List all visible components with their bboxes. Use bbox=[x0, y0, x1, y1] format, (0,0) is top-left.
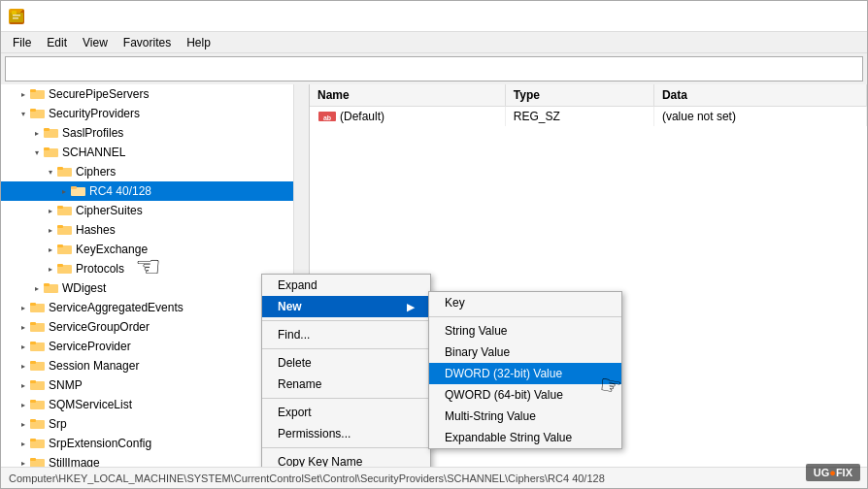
tree-item-hashes[interactable]: ▸ Hashes bbox=[1, 220, 309, 240]
folder-icon bbox=[57, 223, 73, 238]
svg-rect-37 bbox=[30, 400, 36, 403]
tree-expander[interactable]: ▸ bbox=[44, 243, 57, 256]
tree-item-label: Protocols bbox=[76, 262, 124, 276]
tree-item-label: ServiceProvider bbox=[49, 340, 131, 353]
tree-expander[interactable]: ▸ bbox=[30, 281, 44, 295]
tree-expander[interactable]: ▸ bbox=[17, 378, 30, 392]
tree-item-serviceprovider[interactable]: ▸ ServiceProvider bbox=[1, 337, 309, 356]
svg-rect-9 bbox=[44, 128, 50, 131]
folder-icon bbox=[30, 301, 46, 315]
tree-item-ciphers[interactable]: ▾ Ciphers bbox=[1, 162, 309, 181]
svg-rect-29 bbox=[30, 322, 36, 325]
folder-icon bbox=[30, 87, 46, 102]
tree-item-securepipeservers[interactable]: ▸ SecurePipeServers bbox=[1, 84, 309, 104]
svg-rect-33 bbox=[30, 361, 36, 364]
svg-text:ab: ab bbox=[323, 114, 331, 121]
tree-item-sqmservicelist[interactable]: ▸ SQMServiceList bbox=[1, 395, 309, 414]
maximize-button[interactable] bbox=[768, 2, 813, 31]
tree-item-label: Ciphers bbox=[76, 165, 116, 179]
cell-data: (value not set) bbox=[653, 106, 866, 126]
menu-view[interactable]: View bbox=[75, 34, 116, 51]
svg-rect-41 bbox=[30, 439, 36, 441]
tree-item-label: Session Manager bbox=[49, 359, 139, 373]
tree-item-label: SQMServiceList bbox=[49, 398, 132, 411]
tree-item-session-manager[interactable]: ▸ Session Manager bbox=[1, 356, 309, 375]
svg-rect-39 bbox=[30, 419, 36, 422]
tree-expander[interactable]: ▸ bbox=[17, 456, 30, 467]
tree-item-srp[interactable]: ▸ Srp bbox=[1, 414, 309, 434]
col-data: Data bbox=[653, 84, 866, 106]
tree-expander[interactable]: ▸ bbox=[30, 126, 44, 140]
minimize-button[interactable] bbox=[721, 2, 766, 31]
svg-rect-15 bbox=[71, 186, 77, 189]
tree-expander[interactable]: ▸ bbox=[17, 320, 30, 334]
svg-rect-13 bbox=[57, 167, 63, 170]
tree-expander[interactable]: ▾ bbox=[30, 146, 44, 159]
tree-expander[interactable]: ▾ bbox=[44, 165, 57, 179]
tree-expander[interactable]: ▸ bbox=[17, 398, 30, 411]
table-row[interactable]: ab(Default)REG_SZ(value not set) bbox=[310, 106, 867, 126]
app-icon bbox=[9, 9, 24, 24]
tree-item-srpextensionconfig[interactable]: ▸ SrpExtensionConfig bbox=[1, 434, 309, 453]
folder-icon bbox=[30, 398, 46, 412]
svg-rect-23 bbox=[57, 264, 63, 267]
title-bar bbox=[1, 1, 867, 32]
registry-table: Name Type Data ab(Default)REG_SZ(value n… bbox=[310, 84, 867, 126]
folder-icon bbox=[44, 146, 59, 160]
tree-expander[interactable]: ▸ bbox=[17, 340, 30, 353]
folder-icon bbox=[71, 184, 86, 199]
tree-item-schannel[interactable]: ▾ SCHANNEL bbox=[1, 143, 309, 162]
menu-file[interactable]: File bbox=[5, 34, 39, 51]
svg-rect-7 bbox=[30, 109, 36, 112]
registry-editor-window: File Edit View Favorites Help ▸ SecurePi… bbox=[0, 0, 868, 489]
tree-expander[interactable]: ▸ bbox=[44, 223, 57, 237]
folder-icon bbox=[44, 281, 59, 296]
close-button[interactable] bbox=[815, 2, 859, 31]
svg-rect-31 bbox=[30, 342, 36, 344]
menu-help[interactable]: Help bbox=[179, 34, 218, 51]
tree-item-protocols[interactable]: ▸ Protocols bbox=[1, 259, 309, 278]
tree-item-label: SrpExtensionConfig bbox=[49, 437, 151, 450]
tree-expander[interactable]: ▸ bbox=[17, 437, 30, 450]
folder-icon bbox=[30, 320, 46, 335]
menu-edit[interactable]: Edit bbox=[39, 34, 75, 51]
tree-expander[interactable]: ▸ bbox=[57, 184, 71, 198]
window-controls bbox=[721, 2, 859, 31]
tree-item-ciphersuites[interactable]: ▸ CipherSuites bbox=[1, 201, 309, 220]
folder-icon bbox=[30, 417, 46, 432]
tree-item-label: WDigest bbox=[62, 281, 106, 295]
tree-item-label: SNMP bbox=[49, 378, 83, 392]
svg-rect-3 bbox=[13, 17, 18, 19]
tree-item-snmp[interactable]: ▸ SNMP bbox=[1, 375, 309, 395]
tree-expander[interactable]: ▸ bbox=[17, 301, 30, 314]
folder-icon bbox=[57, 165, 73, 179]
watermark: UG●FIX bbox=[806, 464, 860, 481]
tree-expander[interactable]: ▸ bbox=[17, 417, 30, 431]
tree-item-securityproviders[interactable]: ▾ SecurityProviders bbox=[1, 104, 309, 123]
tree-item-wdigest[interactable]: ▸ WDigest bbox=[1, 278, 309, 298]
tree-expander[interactable]: ▸ bbox=[44, 204, 57, 217]
tree-item-stillimage[interactable]: ▸ StillImage bbox=[1, 453, 309, 467]
tree-expander[interactable]: ▾ bbox=[17, 107, 30, 120]
col-type: Type bbox=[505, 84, 653, 106]
tree-expander[interactable]: ▸ bbox=[17, 359, 30, 373]
tree-item-label: Hashes bbox=[76, 223, 116, 237]
tree-item-keyexchange[interactable]: ▸ KeyExchange bbox=[1, 240, 309, 259]
tree-expander[interactable]: ▸ bbox=[17, 87, 30, 101]
tree-scrollbar[interactable] bbox=[293, 84, 309, 467]
tree-item-rc4-40/128[interactable]: ▸ RC4 40/128 bbox=[1, 181, 309, 201]
status-bar: Computer\HKEY_LOCAL_MACHINE\SYSTEM\Curre… bbox=[1, 467, 867, 488]
svg-rect-5 bbox=[30, 89, 36, 92]
cell-name: ab(Default) bbox=[310, 106, 505, 126]
menu-bar: File Edit View Favorites Help bbox=[1, 32, 867, 53]
tree-item-saslprofiles[interactable]: ▸ SaslProfiles bbox=[1, 123, 309, 143]
svg-rect-27 bbox=[30, 303, 36, 306]
tree-item-label: SaslProfiles bbox=[62, 126, 123, 140]
tree-item-label: ServiceGroupOrder bbox=[49, 320, 150, 334]
svg-rect-43 bbox=[30, 458, 36, 461]
tree-expander[interactable]: ▸ bbox=[44, 262, 57, 276]
menu-favorites[interactable]: Favorites bbox=[116, 34, 179, 51]
tree-item-serviceaggregatedevents[interactable]: ▸ ServiceAggregatedEvents bbox=[1, 298, 309, 317]
tree-item-servicegrouporder[interactable]: ▸ ServiceGroupOrder bbox=[1, 317, 309, 337]
tree-item-label: CipherSuites bbox=[76, 204, 143, 217]
